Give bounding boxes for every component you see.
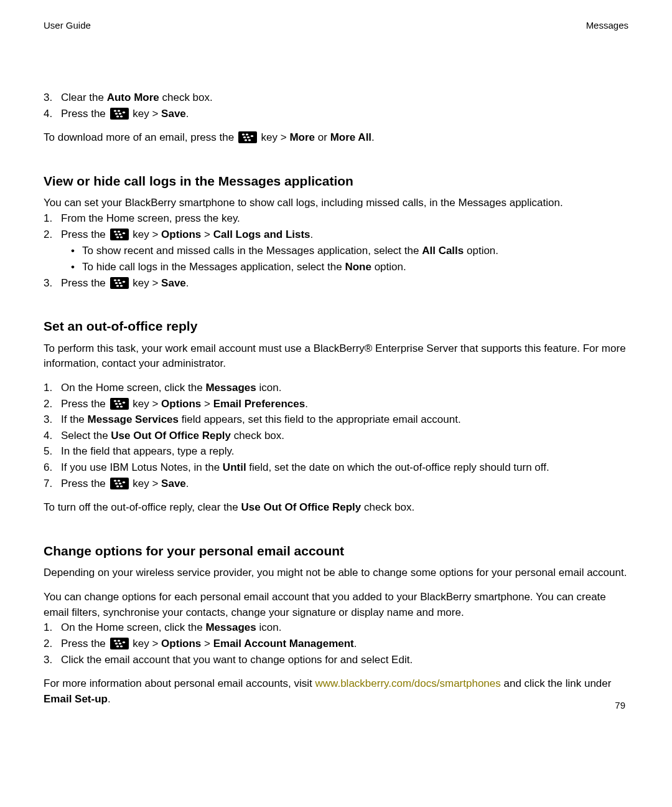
heading-view-hide-call-logs: View or hide call logs in the Messages a… — [44, 172, 628, 191]
svg-point-40 — [116, 485, 118, 487]
bold: Options — [161, 638, 201, 649]
bold: Email Set-up — [44, 693, 108, 705]
step-2: 2. Press the key > Options > Call Logs a… — [61, 227, 628, 275]
svg-point-21 — [113, 279, 116, 281]
svg-point-16 — [114, 234, 117, 235]
bold: Use Out Of Office Reply — [111, 430, 231, 441]
bullet: To show recent and missed calls in the M… — [82, 243, 628, 259]
step-3: 3.If the Message Services field appears,… — [61, 412, 628, 428]
bold: More All — [330, 131, 371, 143]
svg-point-38 — [118, 483, 121, 484]
svg-point-22 — [117, 279, 119, 281]
svg-point-43 — [117, 639, 119, 641]
text: Clear the — [61, 92, 107, 103]
paragraph: You can set your BlackBerry smartphone t… — [44, 196, 628, 211]
blackberry-key-icon — [110, 277, 129, 289]
text: option. — [464, 245, 498, 257]
svg-point-23 — [114, 281, 117, 283]
steps-view-hide: 1.From the Home screen, press the key. 2… — [44, 211, 628, 291]
text: If the — [61, 413, 88, 425]
text: . — [354, 638, 357, 649]
bold: Auto More — [107, 92, 159, 103]
text: Press the — [61, 229, 109, 240]
svg-point-13 — [248, 139, 251, 141]
header-right: Messages — [586, 20, 628, 31]
text: icon. — [256, 621, 282, 633]
text: From the Home screen, press the key. — [61, 212, 240, 224]
svg-point-25 — [122, 280, 124, 282]
text: check box. — [361, 501, 414, 513]
svg-point-5 — [116, 115, 118, 117]
link-blackberry-docs[interactable]: www.blackberry.com/docs/smartphones — [315, 677, 501, 689]
text: icon. — [256, 382, 282, 394]
page-header: User Guide Messages — [44, 20, 628, 31]
svg-point-1 — [117, 110, 119, 111]
text: field, set the date on which the out-of-… — [246, 461, 549, 473]
text: > — [201, 229, 213, 240]
step-7: 7. Press the key > Save. — [61, 476, 628, 492]
text: check box. — [231, 430, 284, 441]
text: . — [310, 229, 314, 240]
text: option. — [371, 261, 406, 273]
bold: More — [289, 131, 315, 143]
text: key > — [130, 229, 162, 240]
svg-point-0 — [113, 110, 116, 111]
svg-point-9 — [243, 136, 246, 138]
svg-point-41 — [119, 485, 122, 487]
svg-point-4 — [122, 111, 124, 113]
bold: All Calls — [422, 245, 464, 257]
bold: Message Services — [88, 413, 179, 425]
text: . — [186, 478, 189, 489]
step-2: 2. Press the key > Options > Email Accou… — [61, 636, 628, 652]
svg-point-28 — [113, 400, 116, 402]
text: On the Home screen, click the — [61, 382, 205, 394]
text: key > — [130, 277, 162, 289]
step-6: 6.If you use IBM Lotus Notes, in the Unt… — [61, 460, 628, 476]
step-1: 1.On the Home screen, click the Messages… — [61, 620, 628, 636]
page-content: 3. Clear the Auto More check box. 4. Pre… — [44, 90, 628, 707]
steps-continued: 3. Clear the Auto More check box. 4. Pre… — [44, 90, 628, 121]
step-1: 1.On the Home screen, click the Messages… — [61, 380, 628, 396]
text: Select the — [61, 430, 111, 441]
svg-point-39 — [122, 481, 124, 483]
step-4: 4. Press the key > Save. — [61, 106, 628, 122]
svg-point-29 — [117, 400, 119, 402]
bold: Options — [161, 229, 201, 240]
svg-point-36 — [117, 479, 119, 481]
svg-point-15 — [117, 230, 119, 232]
bold: None — [345, 261, 371, 273]
header-left: User Guide — [44, 20, 91, 31]
svg-point-48 — [119, 645, 122, 647]
bold: Use Out Of Office Reply — [241, 501, 362, 513]
svg-point-37 — [114, 483, 117, 484]
text: and click the link under — [501, 677, 612, 689]
blackberry-key-icon — [110, 229, 129, 240]
svg-point-42 — [113, 639, 116, 641]
step-4: 4.Select the Use Out Of Office Reply che… — [61, 428, 628, 444]
step-3: 3. Clear the Auto More check box. — [61, 90, 628, 106]
svg-point-44 — [114, 643, 117, 644]
bold: Save — [161, 277, 186, 289]
text: If you use IBM Lotus Notes, in the — [61, 461, 223, 473]
svg-point-31 — [118, 402, 121, 404]
paragraph: Depending on your wireless service provi… — [44, 565, 628, 581]
bold: Messages — [205, 382, 256, 394]
blackberry-key-icon — [238, 131, 257, 143]
text: Click the email account that you want to… — [61, 654, 413, 666]
bold: Save — [161, 108, 186, 120]
text: field appears, set this field to the app… — [179, 413, 461, 425]
bold: Until — [223, 461, 246, 473]
bold: Options — [161, 398, 201, 410]
svg-point-6 — [119, 115, 122, 117]
text: . — [108, 693, 111, 705]
svg-point-12 — [245, 139, 247, 141]
step-2: 2. Press the key > Options > Email Prefe… — [61, 397, 628, 412]
svg-point-14 — [113, 230, 116, 232]
bold: Messages — [205, 621, 256, 633]
step-3: 3.Click the email account that you want … — [61, 653, 628, 668]
text: . — [371, 131, 375, 143]
text: key > — [130, 478, 162, 489]
text: To download more of an email, press the — [44, 131, 237, 143]
text: On the Home screen, click the — [61, 621, 205, 633]
text: or — [315, 131, 330, 143]
